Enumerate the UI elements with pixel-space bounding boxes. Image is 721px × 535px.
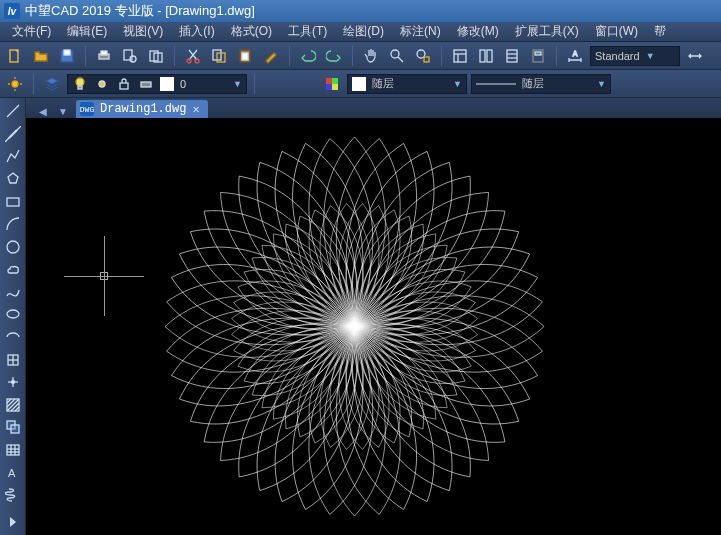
preview-button[interactable] xyxy=(119,45,141,67)
svg-rect-4 xyxy=(101,51,107,55)
svg-rect-17 xyxy=(424,57,429,62)
svg-point-9 xyxy=(187,59,191,63)
separator xyxy=(556,46,557,66)
zoom-extent-button[interactable] xyxy=(412,45,434,67)
layer-props-button[interactable] xyxy=(41,73,63,95)
svg-point-34 xyxy=(76,78,84,86)
hatch-tool[interactable] xyxy=(3,396,23,415)
svg-point-10 xyxy=(195,59,199,63)
svg-rect-22 xyxy=(487,50,492,62)
menu-help[interactable]: 帮 xyxy=(646,21,674,42)
menu-insert[interactable]: 插入(I) xyxy=(171,21,222,42)
drawing-viewport[interactable] xyxy=(26,118,721,535)
publish-button[interactable] xyxy=(145,45,167,67)
flower-drawing xyxy=(26,118,721,535)
tab-prev-button[interactable]: ◀ xyxy=(36,104,50,118)
circle-tool[interactable] xyxy=(3,237,23,256)
linetype-value: 随层 xyxy=(522,76,544,91)
color-icon[interactable] xyxy=(321,73,343,95)
menu-modify[interactable]: 修改(M) xyxy=(449,21,507,42)
color-selector[interactable]: 随层 ▼ xyxy=(347,74,467,94)
new-button[interactable] xyxy=(4,45,26,67)
menu-dimension[interactable]: 标注(N) xyxy=(392,21,449,42)
svg-rect-2 xyxy=(64,50,70,55)
point-tool[interactable] xyxy=(3,373,23,392)
svg-point-36 xyxy=(99,81,105,87)
paste-button[interactable] xyxy=(234,45,256,67)
menubar: 文件(F) 编辑(E) 视图(V) 插入(I) 格式(O) 工具(T) 绘图(D… xyxy=(0,22,721,42)
spline-tool[interactable] xyxy=(3,283,23,302)
construction-line-tool[interactable] xyxy=(3,125,23,144)
menu-window[interactable]: 窗口(W) xyxy=(587,21,646,42)
undo-button[interactable] xyxy=(297,45,319,67)
polygon-tool[interactable] xyxy=(3,170,23,189)
color-swatch xyxy=(352,77,366,91)
ellipse-arc-tool[interactable] xyxy=(3,328,23,347)
chevron-down-icon: ▼ xyxy=(597,79,606,89)
lock-icon xyxy=(116,76,132,92)
match-prop-button[interactable] xyxy=(260,45,282,67)
svg-rect-37 xyxy=(120,83,128,89)
block-tool[interactable] xyxy=(3,350,23,369)
layer-value: 0 xyxy=(180,78,186,90)
save-button[interactable] xyxy=(56,45,78,67)
print-button[interactable] xyxy=(93,45,115,67)
color-value: 随层 xyxy=(372,76,394,91)
separator xyxy=(254,74,255,94)
arc-tool[interactable] xyxy=(3,215,23,234)
pan-button[interactable] xyxy=(360,45,382,67)
menu-file[interactable]: 文件(F) xyxy=(4,21,59,42)
region-tool[interactable] xyxy=(3,418,23,437)
svg-rect-5 xyxy=(124,50,132,60)
line-tool[interactable] xyxy=(3,102,23,121)
text-tool[interactable]: A xyxy=(3,463,23,482)
dwg-file-icon: DWG xyxy=(80,102,94,116)
design-center-button[interactable] xyxy=(475,45,497,67)
standard-toolbar: A Standard ▼ xyxy=(0,42,721,70)
svg-rect-35 xyxy=(78,86,82,89)
polyline-tool[interactable] xyxy=(3,147,23,166)
dim-style-icon[interactable]: A xyxy=(564,45,586,67)
table-tool[interactable] xyxy=(3,441,23,460)
tool-palette-button[interactable] xyxy=(501,45,523,67)
document-tab[interactable]: DWG Drawing1.dwg ✕ xyxy=(76,100,208,118)
copy-button[interactable] xyxy=(208,45,230,67)
layer-selector[interactable]: 0 ▼ xyxy=(67,74,247,94)
menu-format[interactable]: 格式(O) xyxy=(223,21,280,42)
separator xyxy=(33,74,34,94)
svg-rect-41 xyxy=(326,84,332,90)
revision-cloud-tool[interactable] xyxy=(3,260,23,279)
svg-rect-47 xyxy=(7,198,19,206)
tab-next-button[interactable]: ▼ xyxy=(56,104,70,118)
menu-draw[interactable]: 绘图(D) xyxy=(335,21,392,42)
separator xyxy=(289,46,290,66)
rectangle-tool[interactable] xyxy=(3,192,23,211)
properties-button[interactable] xyxy=(449,45,471,67)
cut-button[interactable] xyxy=(182,45,204,67)
zoom-button[interactable] xyxy=(386,45,408,67)
redo-button[interactable] xyxy=(323,45,345,67)
svg-line-44 xyxy=(7,105,19,117)
menu-edit[interactable]: 编辑(E) xyxy=(59,21,115,42)
svg-rect-38 xyxy=(141,82,151,87)
menu-view[interactable]: 视图(V) xyxy=(115,21,171,42)
line-sample-icon xyxy=(476,80,516,88)
svg-point-49 xyxy=(7,310,19,318)
dim-style-selector[interactable]: Standard ▼ xyxy=(590,46,680,66)
ellipse-tool[interactable] xyxy=(3,305,23,324)
calculator-button[interactable] xyxy=(527,45,549,67)
svg-rect-14 xyxy=(242,53,248,60)
close-tab-button[interactable]: ✕ xyxy=(192,102,199,117)
linetype-selector[interactable]: 随层 ▼ xyxy=(471,74,611,94)
nav-right-icon[interactable] xyxy=(3,512,23,531)
open-button[interactable] xyxy=(30,45,52,67)
dim-style-value: Standard xyxy=(595,50,640,62)
helix-tool[interactable] xyxy=(3,486,23,505)
dim-linear-button[interactable] xyxy=(684,45,706,67)
document-tabs: ◀ ▼ DWG Drawing1.dwg ✕ xyxy=(26,98,721,118)
sun-small-icon xyxy=(94,76,110,92)
svg-rect-18 xyxy=(454,50,466,62)
menu-express[interactable]: 扩展工具(X) xyxy=(507,21,587,42)
sun-icon[interactable] xyxy=(4,73,26,95)
menu-tools[interactable]: 工具(T) xyxy=(280,21,335,42)
